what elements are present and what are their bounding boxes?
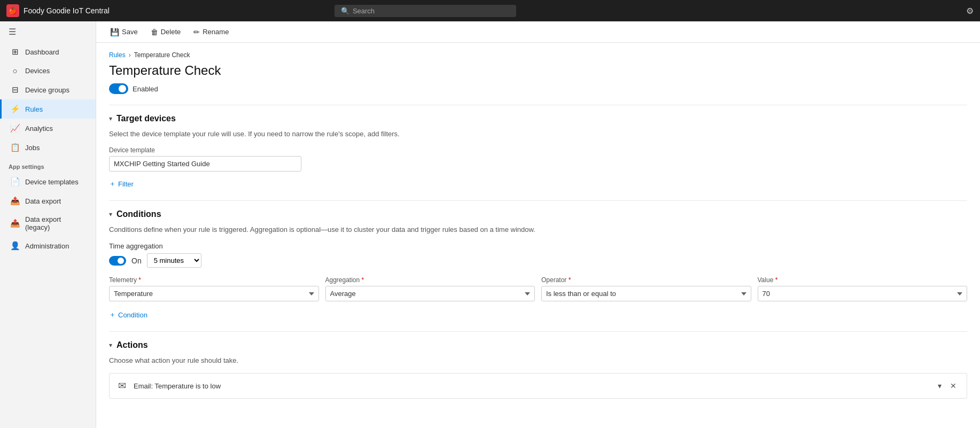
target-devices-title: Target devices — [116, 114, 176, 123]
actions-desc: Choose what action your rule should take… — [109, 356, 967, 364]
conditions-chevron: ▾ — [109, 211, 112, 218]
conditions-section: ▾ Conditions Conditions define when your… — [109, 200, 967, 331]
value-field: Value * 70 — [758, 276, 968, 301]
action-expand-button[interactable]: ▾ — [936, 380, 943, 392]
delete-icon: 🗑 — [151, 28, 158, 36]
device-templates-icon: 📄 — [10, 177, 20, 186]
app-name: Foody Goodie IoT Central — [24, 6, 110, 15]
sidebar-label-analytics: Analytics — [25, 124, 53, 133]
rename-button[interactable]: ✏ Rename — [188, 26, 234, 38]
sidebar-item-device-templates[interactable]: 📄 Device templates — [0, 172, 96, 191]
app-logo: 🍎 Foody Goodie IoT Central — [6, 4, 110, 17]
target-devices-header[interactable]: ▾ Target devices — [109, 114, 967, 123]
value-select[interactable]: 70 — [758, 286, 968, 301]
sidebar-item-administration[interactable]: 👤 Administration — [0, 236, 96, 255]
dashboard-icon: ⊞ — [10, 47, 20, 57]
conditions-header[interactable]: ▾ Conditions — [109, 209, 967, 219]
aggregation-select[interactable]: Average Minimum Maximum — [325, 286, 535, 301]
add-condition-button[interactable]: ＋ Condition — [109, 307, 147, 323]
aggregation-required: * — [362, 276, 364, 284]
app-settings-label: App settings — [0, 157, 96, 172]
sidebar-item-data-export[interactable]: 📤 Data export — [0, 191, 96, 211]
sidebar-label-data-export: Data export — [25, 197, 61, 205]
actions-chevron: ▾ — [109, 341, 112, 349]
toggle-slider — [109, 83, 128, 94]
device-template-field: Device template — [109, 146, 967, 172]
time-aggregation-on-label: On — [131, 256, 142, 265]
data-export-icon: 📤 — [10, 196, 20, 206]
operator-required: * — [569, 276, 571, 284]
topbar: 🍎 Foody Goodie IoT Central 🔍 Search ⚙ — [0, 0, 980, 21]
rules-icon: ⚡ — [10, 104, 20, 114]
add-filter-plus: ＋ — [109, 179, 116, 189]
sidebar-item-device-groups[interactable]: ⊟ Device groups — [0, 80, 96, 99]
content-area: 💾 Save 🗑 Delete ✏ Rename Rules › Tempera… — [96, 21, 980, 428]
actions-title: Actions — [116, 340, 148, 350]
action-delete-button[interactable]: ✕ — [948, 380, 958, 392]
time-aggregation-row: On 1 minute 5 minutes 10 minutes 30 minu… — [109, 253, 967, 268]
target-devices-desc: Select the device template your rule wil… — [109, 130, 967, 138]
action-controls: ▾ ✕ — [936, 380, 958, 392]
rename-label: Rename — [203, 28, 229, 36]
email-icon: ✉ — [118, 380, 126, 392]
add-condition-label: Condition — [118, 311, 147, 319]
value-label: Value * — [758, 276, 968, 284]
analytics-icon: 📈 — [10, 123, 20, 133]
sidebar-label-device-templates: Device templates — [25, 178, 79, 186]
operator-label: Operator * — [541, 276, 751, 284]
sidebar-label-administration: Administration — [25, 242, 69, 250]
page-content: Rules › Temperature Check Temperature Ch… — [96, 43, 980, 428]
sidebar: ☰ ⊞ Dashboard ○ Devices ⊟ Device groups … — [0, 21, 96, 428]
sidebar-item-data-export-legacy[interactable]: 📤 Data export (legacy) — [0, 211, 96, 236]
conditions-desc: Conditions define when your rule is trig… — [109, 225, 967, 234]
settings-icon[interactable]: ⚙ — [966, 6, 974, 16]
search-bar[interactable]: 🔍 Search — [335, 5, 516, 17]
breadcrumb-separator: › — [129, 51, 131, 59]
menu-icon[interactable]: ☰ — [0, 21, 96, 42]
telemetry-required: * — [138, 276, 141, 284]
sidebar-label-device-groups: Device groups — [25, 86, 69, 94]
jobs-icon: 📋 — [10, 143, 20, 152]
sidebar-item-jobs[interactable]: 📋 Jobs — [0, 138, 96, 157]
enabled-toggle-row: Enabled — [109, 83, 967, 94]
telemetry-field: Telemetry * Temperature — [109, 276, 319, 301]
device-template-input[interactable] — [109, 156, 301, 172]
device-groups-icon: ⊟ — [10, 85, 20, 95]
action-item-email: ✉ Email: Temperature is to low ▾ ✕ — [109, 373, 967, 399]
actions-section: ▾ Actions Choose what action your rule s… — [109, 331, 967, 407]
sidebar-label-jobs: Jobs — [25, 144, 40, 152]
aggregation-field: Aggregation * Average Minimum Maximum — [325, 276, 535, 301]
save-icon: 💾 — [110, 28, 119, 36]
enabled-toggle[interactable] — [109, 83, 128, 94]
target-devices-chevron: ▾ — [109, 115, 112, 122]
add-condition-plus: ＋ — [109, 310, 116, 320]
main-layout: ☰ ⊞ Dashboard ○ Devices ⊟ Device groups … — [0, 21, 980, 428]
add-filter-button[interactable]: ＋ Filter — [109, 176, 134, 192]
actions-header[interactable]: ▾ Actions — [109, 340, 967, 350]
delete-label: Delete — [161, 28, 181, 36]
telemetry-select[interactable]: Temperature — [109, 286, 319, 301]
action-email-title: Email: Temperature is to low — [134, 382, 929, 390]
sidebar-label-devices: Devices — [25, 67, 50, 75]
condition-grid: Telemetry * Temperature Aggregation * — [109, 276, 967, 301]
enabled-label: Enabled — [133, 85, 158, 93]
time-aggregation-select[interactable]: 1 minute 5 minutes 10 minutes 30 minutes… — [147, 253, 201, 268]
time-aggregation-toggle[interactable] — [109, 256, 126, 266]
devices-icon: ○ — [10, 66, 20, 75]
sidebar-item-rules[interactable]: ⚡ Rules — [0, 99, 96, 119]
delete-button[interactable]: 🗑 Delete — [145, 26, 186, 38]
search-icon: 🔍 — [341, 7, 349, 15]
add-filter-label: Filter — [118, 180, 134, 188]
sidebar-item-dashboard[interactable]: ⊞ Dashboard — [0, 42, 96, 61]
sidebar-label-dashboard: Dashboard — [25, 48, 59, 56]
sidebar-item-analytics[interactable]: 📈 Analytics — [0, 119, 96, 138]
sidebar-label-data-export-legacy: Data export (legacy) — [25, 215, 87, 231]
operator-field: Operator * Is less than or equal to Is g… — [541, 276, 751, 301]
toolbar: 💾 Save 🗑 Delete ✏ Rename — [96, 21, 980, 43]
save-button[interactable]: 💾 Save — [105, 26, 143, 38]
sidebar-item-devices[interactable]: ○ Devices — [0, 61, 96, 80]
target-devices-section: ▾ Target devices Select the device templ… — [109, 105, 967, 200]
rename-icon: ✏ — [193, 28, 200, 36]
operator-select[interactable]: Is less than or equal to Is greater than… — [541, 286, 751, 301]
breadcrumb-parent[interactable]: Rules — [109, 51, 126, 59]
